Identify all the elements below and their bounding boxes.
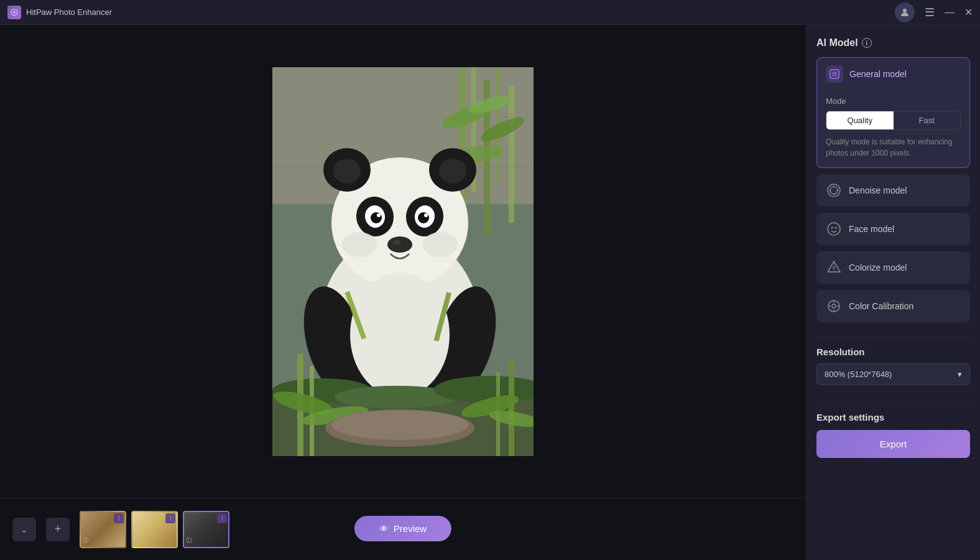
right-panel: AI Model i General model Mode Quality — [806, 25, 980, 560]
svg-point-62 — [837, 190, 839, 192]
svg-point-28 — [377, 213, 381, 217]
svg-point-60 — [833, 194, 835, 195]
svg-point-2 — [903, 9, 907, 12]
mode-toggle: Quality Fast — [826, 111, 961, 130]
export-button[interactable]: Export — [816, 430, 970, 458]
resolution-dropdown[interactable]: 800% (5120*7648) ▾ — [816, 363, 970, 385]
svg-rect-47 — [509, 360, 514, 456]
svg-point-64 — [831, 227, 833, 229]
menu-button[interactable]: ☰ — [925, 6, 935, 19]
calibration-model-label: Color Calibration — [849, 301, 913, 311]
svg-point-31 — [392, 240, 401, 245]
svg-point-29 — [424, 213, 428, 217]
svg-point-27 — [418, 212, 429, 223]
thumbnail-1[interactable]: ⋮ ◫ — [80, 511, 126, 548]
svg-rect-9 — [509, 86, 514, 223]
thumbnail-3[interactable]: ⋮ ◫ — [183, 511, 229, 548]
thumbnail-3-type: ◫ — [186, 536, 195, 545]
window-controls: ☰ — ✕ — [895, 2, 973, 22]
preview-label: Preview — [394, 523, 427, 534]
face-model-icon — [825, 220, 843, 238]
thumbnail-1-menu[interactable]: ⋮ — [114, 513, 124, 523]
svg-point-54 — [331, 410, 468, 440]
main-content: ⌄ + ⋮ ◫ ⋮ ◫ ⋮ ◫ — [0, 25, 980, 560]
resolution-value: 800% (5120*7648) — [825, 370, 892, 379]
thumbnail-3-menu[interactable]: ⋮ — [217, 513, 227, 523]
mode-label: Mode — [826, 96, 961, 106]
calibration-model-item[interactable]: Color Calibration — [816, 290, 970, 322]
thumbnail-2-type: ◫ — [134, 536, 143, 545]
svg-point-65 — [835, 227, 837, 229]
svg-point-32 — [342, 232, 377, 257]
svg-point-33 — [423, 232, 458, 257]
face-model-item[interactable]: Face model — [816, 213, 970, 245]
face-model-label: Face model — [849, 224, 894, 234]
svg-point-58 — [830, 187, 838, 194]
resolution-chevron-icon: ▾ — [958, 370, 962, 379]
denoise-model-label: Denoise model — [849, 185, 907, 195]
general-model-icon — [826, 65, 843, 83]
close-button[interactable]: ✕ — [964, 6, 973, 18]
thumbnail-2[interactable]: ⋮ ◫ — [131, 511, 178, 548]
svg-point-69 — [833, 266, 835, 269]
resolution-label: Resolution — [816, 347, 970, 357]
preview-button[interactable]: 👁 Preview — [354, 516, 451, 541]
colorize-model-item[interactable]: Colorize model — [816, 251, 970, 284]
app-title: HitPaw Photo Enhancer — [26, 7, 895, 17]
thumbnail-2-menu[interactable]: ⋮ — [165, 513, 175, 523]
general-model-label: General model — [849, 69, 907, 79]
svg-point-26 — [371, 212, 382, 223]
colorize-model-label: Colorize model — [849, 263, 907, 273]
calibration-model-icon — [825, 297, 843, 315]
quality-mode-button[interactable]: Quality — [826, 111, 894, 129]
titlebar: HitPaw Photo Enhancer ☰ — ✕ — [0, 0, 980, 25]
svg-point-61 — [830, 190, 831, 192]
minimize-button[interactable]: — — [945, 7, 955, 18]
svg-point-30 — [387, 236, 412, 253]
main-preview-image — [272, 67, 534, 456]
bottom-bar: ⌄ + ⋮ ◫ ⋮ ◫ ⋮ ◫ — [0, 498, 806, 560]
export-settings-label: Export settings — [816, 412, 970, 422]
image-container — [0, 25, 806, 498]
thumbnail-1-type: ◫ — [83, 536, 91, 545]
preview-icon: 👁 — [379, 523, 389, 534]
general-model-card: General model Mode Quality Fast Quality … — [816, 57, 970, 168]
expand-button[interactable]: ⌄ — [12, 518, 36, 541]
resolution-divider — [816, 337, 970, 338]
svg-rect-56 — [832, 72, 837, 77]
ai-model-title: AI Model i — [816, 37, 970, 49]
add-button[interactable]: + — [46, 518, 70, 541]
thumbnails-container: ⋮ ◫ ⋮ ◫ ⋮ ◫ — [80, 511, 229, 548]
svg-point-75 — [832, 304, 836, 308]
denoise-model-item[interactable]: Denoise model — [816, 174, 970, 207]
svg-point-59 — [833, 186, 835, 188]
ai-model-info-icon[interactable]: i — [862, 38, 872, 48]
colorize-model-icon — [825, 259, 843, 276]
svg-point-63 — [828, 223, 840, 235]
svg-point-20 — [333, 159, 361, 184]
fast-mode-button[interactable]: Fast — [894, 111, 961, 129]
app-logo — [7, 6, 21, 19]
denoise-model-icon — [825, 182, 843, 199]
mode-section: Mode Quality Fast Quality mode is suitab… — [817, 90, 969, 167]
svg-point-21 — [439, 159, 466, 184]
general-model-header[interactable]: General model — [817, 58, 969, 90]
svg-point-1 — [13, 11, 16, 14]
canvas-area: ⌄ + ⋮ ◫ ⋮ ◫ ⋮ ◫ — [0, 25, 806, 560]
profile-button[interactable] — [895, 2, 915, 22]
mode-description: Quality mode is suitable for enhancing p… — [826, 136, 961, 159]
export-divider — [816, 403, 970, 403]
